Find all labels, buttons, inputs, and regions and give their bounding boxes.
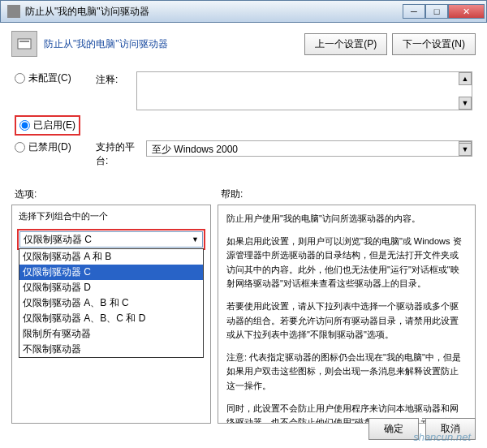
platform-label: 支持的平台: xyxy=(96,140,146,168)
radio-enabled-label: 已启用(E) xyxy=(33,118,75,132)
platform-value: 至少 Windows 2000 xyxy=(152,144,238,155)
svg-rect-0 xyxy=(18,39,31,49)
next-setting-button[interactable]: 下一个设置(N) xyxy=(392,33,476,55)
cancel-button[interactable]: 取消 xyxy=(425,418,476,440)
window-title: 防止从"我的电脑"访问驱动器 xyxy=(25,5,403,19)
radio-disabled-input[interactable] xyxy=(15,142,25,153)
options-label: 选项: xyxy=(15,187,221,201)
chevron-down-icon: ▼ xyxy=(192,235,199,243)
scroll-up-icon[interactable]: ▲ xyxy=(459,72,472,85)
dropdown-option[interactable]: 仅限制驱动器 A、B、C 和 D xyxy=(19,311,203,326)
comment-textarea[interactable]: ▲ ▼ xyxy=(136,71,472,110)
drive-restriction-dropdown[interactable]: 仅限制驱动器 C ▼ xyxy=(19,231,203,248)
scroll-down-icon[interactable]: ▼ xyxy=(459,143,472,156)
policy-icon xyxy=(11,31,37,57)
help-paragraph: 防止用户使用"我的电脑"访问所选驱动器的内容。 xyxy=(226,212,467,226)
header-row: 防止从"我的电脑"访问驱动器 上一个设置(P) 下一个设置(N) xyxy=(0,23,487,63)
radio-not-configured[interactable]: 未配置(C) xyxy=(15,71,96,85)
platform-field: 至少 Windows 2000 ▲ ▼ xyxy=(146,140,472,157)
close-button[interactable]: ✕ xyxy=(448,4,485,19)
scroll-down-icon[interactable]: ▼ xyxy=(459,97,472,110)
dropdown-selected-value: 仅限制驱动器 C xyxy=(24,233,92,247)
combo-label: 选择下列组合中的一个 xyxy=(12,205,210,227)
dropdown-option[interactable]: 仅限制驱动器 C xyxy=(19,265,203,280)
help-paragraph: 如果启用此设置，则用户可以浏览"我的电脑"或 Windows 资源管理器中所选驱… xyxy=(226,235,467,291)
radio-not-configured-input[interactable] xyxy=(15,73,25,84)
svg-rect-1 xyxy=(19,41,29,42)
prev-setting-button[interactable]: 上一个设置(P) xyxy=(304,33,387,55)
maximize-button[interactable]: □ xyxy=(425,4,448,19)
titlebar: 防止从"我的电脑"访问驱动器 ─ □ ✕ xyxy=(0,0,487,23)
dropdown-option[interactable]: 仅限制驱动器 D xyxy=(19,280,203,295)
dropdown-option[interactable]: 仅限制驱动器 A、B 和 C xyxy=(19,295,203,311)
app-icon xyxy=(7,5,20,18)
help-panel: 防止用户使用"我的电脑"访问所选驱动器的内容。 如果启用此设置，则用户可以浏览"… xyxy=(218,205,476,424)
minimize-button[interactable]: ─ xyxy=(403,4,425,19)
dropdown-option[interactable]: 不限制驱动器 xyxy=(19,342,203,357)
help-label: 帮助: xyxy=(221,187,243,201)
radio-enabled-input[interactable] xyxy=(19,120,30,131)
options-panel: 选择下列组合中的一个 仅限制驱动器 C ▼ 仅限制驱动器 A 和 B 仅限制驱动… xyxy=(11,205,211,424)
dropdown-option[interactable]: 限制所有驱动器 xyxy=(19,326,203,342)
comment-label: 注释: xyxy=(96,71,136,87)
dropdown-list: 仅限制驱动器 A 和 B 仅限制驱动器 C 仅限制驱动器 D 仅限制驱动器 A、… xyxy=(19,248,204,358)
dropdown-option[interactable]: 仅限制驱动器 A 和 B xyxy=(19,249,203,265)
help-paragraph: 若要使用此设置，请从下拉列表中选择一个驱动器或多个驱动器的组合。若要允许访问所有… xyxy=(226,299,467,342)
page-title: 防止从"我的电脑"访问驱动器 xyxy=(44,37,300,51)
radio-enabled[interactable]: 已启用(E) xyxy=(15,115,80,136)
radio-disabled[interactable]: 已禁用(D) xyxy=(15,140,96,154)
radio-not-configured-label: 未配置(C) xyxy=(28,71,71,85)
help-paragraph: 注意: 代表指定驱动器的图标仍会出现在"我的电脑"中，但是如果用户双击这些图标，… xyxy=(226,351,467,394)
radio-disabled-label: 已禁用(D) xyxy=(28,140,71,154)
ok-button[interactable]: 确定 xyxy=(368,418,419,440)
